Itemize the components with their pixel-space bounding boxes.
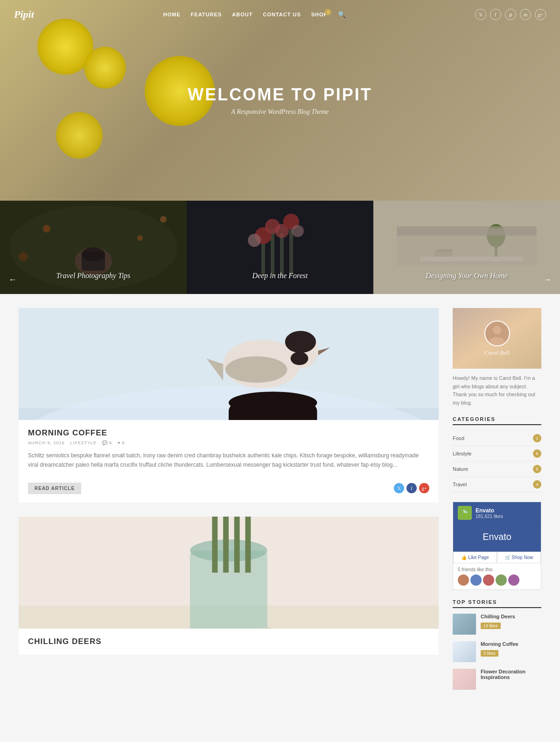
story-title-2: Morning Coffee <box>481 641 541 647</box>
post-chilling-deers-meta: CHILLING DEERS <box>19 629 439 655</box>
svg-rect-57 <box>262 628 372 629</box>
header-social-icons: 𝕏 f 𝕡 in g+ <box>475 9 546 20</box>
friend-avatar-5 <box>508 574 519 586</box>
fb-widget-header: 🍃 Envato 181,621 likes <box>453 502 541 524</box>
slide-2-overlay <box>187 201 373 294</box>
category-lifestyle-count: 8 <box>533 449 541 458</box>
nav-contact[interactable]: CONTACT US <box>263 12 301 17</box>
fb-shop-button[interactable]: 🛒 Shop Now <box>497 552 541 563</box>
svg-point-37 <box>225 356 287 383</box>
post-title-chilling-deers: CHILLING DEERS <box>28 637 429 646</box>
slide-1-label: Travel Photography Tips <box>0 272 187 280</box>
googleplus-share-icon[interactable]: g+ <box>419 483 429 493</box>
friend-avatar-3 <box>483 574 494 586</box>
slide-3[interactable]: Designing Your Own Home <box>373 201 560 294</box>
nav-about[interactable]: ABOUT <box>232 12 252 17</box>
hero-section: WELCOME TO PIPIT A Responsive WordPress … <box>0 0 560 201</box>
category-food-label: Food <box>453 435 464 441</box>
post-chilling-deers: CHILLING DEERS <box>19 517 439 655</box>
author-widget: Carol Bell Howdy! My name is Carol Bell.… <box>453 308 541 407</box>
fb-like-button[interactable]: 👍 Like Page <box>453 552 497 563</box>
category-travel-label: Travel <box>453 482 467 487</box>
fb-page-name: Envato <box>476 507 503 514</box>
post-category: LIFESTYLE <box>70 441 97 445</box>
heart-icon: ♥ <box>118 441 120 445</box>
envato-logo: 🍃 <box>458 506 472 520</box>
flowers-jar-illustration <box>19 517 439 629</box>
categories-title: CATEGORIES <box>453 416 541 425</box>
svg-rect-49 <box>212 517 217 573</box>
post-chilling-deers-image <box>19 517 439 629</box>
main-container: MORNING COFFEE MARCH 9, 2016 LIFESTYLE 💬… <box>0 294 560 710</box>
bird-illustration <box>19 308 439 420</box>
category-food[interactable]: Food 1 <box>453 431 541 446</box>
top-stories-widget: TOP STORIES Chilling Deers 13 likes Morn… <box>453 599 541 690</box>
slide-1[interactable]: Travel Photography Tips <box>0 201 187 294</box>
facebook-widget: 🍃 Envato 181,621 likes Envato 👍 Like Pag… <box>453 502 541 590</box>
story-title-3: Flower Decoration Inspirations <box>481 669 541 680</box>
site-header: Pipit HOME FEATURES ABOUT CONTACT US SHO… <box>0 0 560 29</box>
fb-actions: 👍 Like Page 🛒 Shop Now <box>453 552 541 563</box>
category-nature-count: 5 <box>533 465 541 473</box>
svg-point-39 <box>291 352 308 365</box>
fb-widget-image: Envato <box>453 524 541 552</box>
svg-rect-58 <box>262 628 271 629</box>
comments-count: 💬 8 <box>102 441 112 445</box>
hero-flower-2 <box>84 47 126 89</box>
hero-text-block: WELCOME TO PIPIT A Responsive WordPress … <box>188 85 372 116</box>
slide-2[interactable]: Deep in the Forest <box>187 201 373 294</box>
story-chilling-deers[interactable]: Chilling Deers 13 likes <box>453 614 541 635</box>
fb-followers: 181,621 likes <box>476 514 503 519</box>
story-info-3: Flower Decoration Inspirations <box>481 669 541 681</box>
instagram-icon-header[interactable]: in <box>520 9 531 20</box>
nav-home[interactable]: HOME <box>163 12 181 17</box>
svg-rect-48 <box>234 517 240 573</box>
post-date: MARCH 9, 2016 <box>28 441 65 445</box>
fb-friends-row: 5 friends like this <box>453 563 541 589</box>
twitter-share-icon[interactable]: 𝕏 <box>394 483 404 493</box>
read-article-button[interactable]: READ ARTICLE <box>28 483 81 494</box>
story-morning-coffee[interactable]: Morning Coffee 5 likes <box>453 641 541 662</box>
friend-avatar-4 <box>496 574 507 586</box>
fb-friends-text: 5 friends like this <box>458 567 492 572</box>
category-nature[interactable]: Nature 5 <box>453 462 541 477</box>
slide-3-overlay <box>373 201 560 294</box>
author-avatar <box>484 321 510 346</box>
story-thumb-3 <box>453 669 476 690</box>
googleplus-icon-header[interactable]: g+ <box>535 9 546 20</box>
site-logo[interactable]: Pipit <box>14 8 34 21</box>
category-lifestyle[interactable]: Lifestyle 8 <box>453 446 541 462</box>
story-info-2: Morning Coffee 5 likes <box>481 641 541 657</box>
category-lifestyle-label: Lifestyle <box>453 451 471 456</box>
nav-features[interactable]: FEATURES <box>191 12 222 17</box>
svg-point-35 <box>285 331 316 353</box>
story-thumb-1 <box>453 614 476 635</box>
search-icon[interactable]: 🔍 <box>338 11 346 19</box>
twitter-icon-header[interactable]: 𝕏 <box>475 9 486 20</box>
friend-avatar-2 <box>470 574 482 586</box>
slider-next-button[interactable]: → <box>539 273 555 287</box>
friend-avatar-1 <box>458 574 469 586</box>
svg-rect-47 <box>223 517 229 573</box>
category-travel[interactable]: Travel 4 <box>453 477 541 492</box>
slide-1-overlay <box>0 201 187 294</box>
facebook-share-icon[interactable]: f <box>406 483 417 493</box>
categories-widget: CATEGORIES Food 1 Lifestyle 8 Nature 5 T… <box>453 416 541 492</box>
story-likes-1: 13 likes <box>481 623 501 629</box>
slider-prev-button[interactable]: ← <box>5 273 21 287</box>
category-travel-count: 4 <box>533 480 541 489</box>
post-social-icons: 𝕏 f g+ <box>394 483 429 493</box>
hero-flower-3 <box>56 112 103 159</box>
pinterest-icon-header[interactable]: 𝕡 <box>505 9 516 20</box>
likes-count: ♥ 8 <box>118 441 125 445</box>
facebook-icon-header[interactable]: f <box>490 9 501 20</box>
story-likes-2: 5 likes <box>481 650 498 657</box>
story-info-1: Chilling Deers 13 likes <box>481 614 541 629</box>
post-date-info: MARCH 9, 2016 LIFESTYLE 💬 8 ♥ 8 <box>28 441 429 445</box>
author-bio: Howdy! My name is Carol Bell. I'm a girl… <box>453 374 541 407</box>
cart-badge: 1 <box>325 9 331 15</box>
top-stories-title: TOP STORIES <box>453 599 541 608</box>
svg-rect-50 <box>245 517 251 573</box>
fb-friend-avatars <box>458 574 536 586</box>
story-flower-decoration[interactable]: Flower Decoration Inspirations <box>453 669 541 690</box>
